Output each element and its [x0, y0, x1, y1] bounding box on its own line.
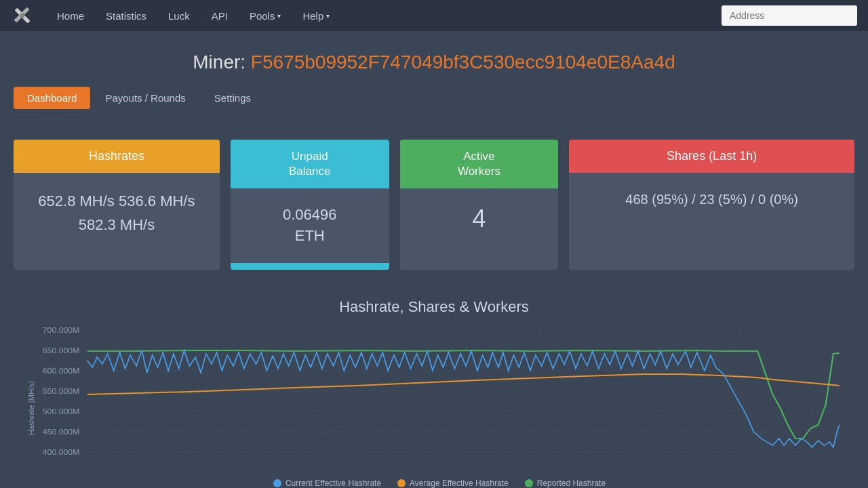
- chart-inner: 700.000M 650.000M 600.000M 550.000M 500.…: [38, 327, 841, 488]
- svg-text:700.000M: 700.000M: [43, 327, 80, 334]
- svg-point-2: [20, 14, 25, 18]
- unpaid-value: 0.06496: [237, 205, 382, 226]
- hashrates-line1: 652.8 MH/s 536.6 MH/s: [20, 189, 213, 213]
- svg-text:600.000M: 600.000M: [43, 366, 80, 374]
- stats-cards: Hashrates 652.8 MH/s 536.6 MH/s 582.3 MH…: [14, 140, 854, 270]
- legend-reported-label: Reported Hashrate: [537, 479, 606, 488]
- navbar: Home Statistics Luck API Pools ▾ Help ▾: [0, 0, 868, 31]
- y-axis-label: Hashrate [MH/s]: [27, 327, 35, 488]
- hashrates-card: Hashrates 652.8 MH/s 536.6 MH/s 582.3 MH…: [14, 140, 220, 270]
- chart-svg: 700.000M 650.000M 600.000M 550.000M 500.…: [38, 327, 841, 469]
- nav-statistics[interactable]: Statistics: [96, 6, 156, 26]
- legend-average-dot: [397, 479, 406, 487]
- workers-card-header: Active Workers: [400, 140, 559, 188]
- nav-api[interactable]: API: [202, 6, 237, 26]
- brand-logo[interactable]: [11, 4, 34, 27]
- active-workers-card: Active Workers 4: [400, 140, 559, 270]
- unpaid-card-header: Unpaid Balance: [231, 140, 389, 188]
- tab-payouts-rounds[interactable]: Payouts / Rounds: [92, 87, 199, 109]
- unpaid-card-footer: [231, 263, 389, 270]
- workers-header-line2: Workers: [407, 164, 552, 179]
- shares-card: Shares (Last 1h) 468 (95%) / 23 (5%) / 0…: [569, 140, 854, 270]
- tab-bar: Dashboard Payouts / Rounds Settings: [14, 87, 854, 109]
- svg-text:450.000M: 450.000M: [43, 427, 80, 435]
- hashrates-card-body: 652.8 MH/s 536.6 MH/s 582.3 MH/s: [14, 173, 220, 253]
- legend-reported: Reported Hashrate: [525, 479, 606, 488]
- svg-text:550.000M: 550.000M: [43, 386, 80, 394]
- tab-dashboard[interactable]: Dashboard: [14, 87, 90, 109]
- pickaxe-icon: [11, 4, 34, 27]
- pools-chevron-icon: ▾: [277, 12, 281, 20]
- shares-card-header: Shares (Last 1h): [569, 140, 854, 173]
- shares-card-body: 468 (95%) / 23 (5%) / 0 (0%): [569, 173, 854, 226]
- help-chevron-icon: ▾: [326, 12, 330, 20]
- chart-legend: Current Effective Hashrate Average Effec…: [38, 479, 841, 488]
- nav-luck[interactable]: Luck: [159, 6, 199, 26]
- nav-items: Home Statistics Luck API Pools ▾ Help ▾: [47, 6, 722, 26]
- workers-header-line1: Active: [407, 149, 552, 164]
- legend-current: Current Effective Hashrate: [273, 479, 381, 488]
- legend-current-dot: [273, 479, 281, 487]
- workers-card-body: 4: [400, 188, 559, 249]
- svg-text:400.000M: 400.000M: [43, 447, 80, 455]
- miner-address: F5675b09952F747049bf3C530ecc9104e0E8Aa4d: [251, 52, 675, 73]
- chart-section: Hashrate, Shares & Workers Hashrate [MH/…: [14, 291, 854, 488]
- tab-settings[interactable]: Settings: [201, 87, 264, 109]
- unpaid-currency: ETH: [237, 226, 382, 247]
- legend-reported-dot: [525, 479, 533, 487]
- chart-title: Hashrate, Shares & Workers: [27, 298, 841, 316]
- miner-label: Miner:: [193, 52, 245, 73]
- hashrates-card-header: Hashrates: [14, 140, 220, 173]
- legend-average: Average Effective Hashrate: [397, 479, 509, 488]
- chart-container: Hashrate [MH/s] 700.000M 650.000M 600.00…: [27, 327, 841, 488]
- workers-count: 4: [407, 205, 552, 233]
- address-search-input[interactable]: [722, 5, 857, 26]
- legend-average-label: Average Effective Hashrate: [410, 479, 509, 488]
- nav-pools[interactable]: Pools ▾: [240, 6, 291, 26]
- svg-text:500.000M: 500.000M: [43, 407, 80, 415]
- unpaid-balance-card: Unpaid Balance 0.06496 ETH: [231, 140, 389, 270]
- nav-help[interactable]: Help ▾: [293, 6, 339, 26]
- hashrates-line2: 582.3 MH/s: [20, 213, 213, 237]
- nav-home[interactable]: Home: [47, 6, 94, 26]
- svg-text:650.000M: 650.000M: [43, 346, 80, 354]
- legend-current-label: Current Effective Hashrate: [285, 479, 381, 488]
- section-divider: [14, 123, 854, 123]
- unpaid-header-line2: Balance: [237, 164, 382, 179]
- unpaid-header-line1: Unpaid: [237, 149, 382, 164]
- main-content: Miner: F5675b09952F747049bf3C530ecc9104e…: [0, 31, 868, 488]
- unpaid-card-body: 0.06496 ETH: [231, 188, 389, 263]
- miner-title: Miner: F5675b09952F747049bf3C530ecc9104e…: [14, 52, 854, 73]
